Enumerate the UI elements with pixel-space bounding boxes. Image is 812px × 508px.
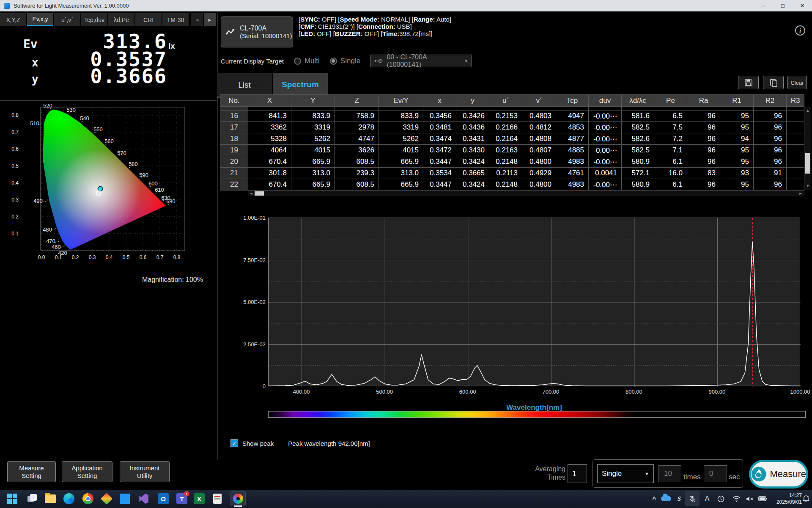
result-tabbar: X,Y,ZEv,x,yu´,v´Tcp,duvλd,PeCRITM-30 [0,13,189,26]
result-tab-Tcp,duv[interactable]: Tcp,duv [81,13,107,26]
file-explorer-button[interactable] [44,492,57,505]
chroma-x-tick: 0.2 [72,254,79,260]
measure-setting-button[interactable]: MeasureSetting [7,461,56,482]
scroll-down-icon[interactable]: ▼ [804,183,811,189]
vscode-button[interactable] [118,492,131,505]
result-tab-TM-30[interactable]: TM-30 [162,13,189,26]
table-header-cell: x [423,94,456,107]
light-measure-app-button[interactable] [232,492,244,505]
table-cell: 0.4800 [522,179,556,190]
instrument-utility-button[interactable]: InstrumentUtility [120,461,170,482]
table-cell [787,179,804,190]
excel-button[interactable]: X [193,492,206,505]
scroll-up-icon[interactable]: ▲ [804,108,811,113]
averaging-times-input[interactable]: 1 [568,464,587,483]
table-cell: 301.8 [248,167,291,179]
close-button[interactable]: ✕ [793,0,812,11]
save-button[interactable] [738,76,759,89]
volume-muted-icon[interactable] [744,494,754,504]
excel-icon: X [194,493,205,504]
maximize-button[interactable]: □ [773,0,793,11]
table-cell: 6.1 [654,179,687,190]
wavelength-label-520: 520 [43,102,52,109]
table-cell: 608.5 [335,179,379,190]
chroma-y-tick: 0.4 [11,180,19,186]
table-cell: 4885 [556,144,589,156]
chrome-button[interactable] [82,492,94,505]
result-tab-Ev,x,y[interactable]: Ev,x,y [27,13,53,26]
notification-bell-icon[interactable]: z [801,494,811,504]
interval-times-input[interactable]: 10 [658,465,681,482]
table-header-cell: R1 [720,94,754,107]
table-cell: 665.9 [379,156,423,168]
teams-icon: T1 [176,493,187,504]
edge-icon [63,493,74,504]
info-icon[interactable]: i [795,25,805,36]
tray-overflow-chevron[interactable]: ^ [649,494,659,504]
table-cell [787,156,804,168]
visual-studio-button[interactable] [137,492,150,505]
horizontal-scroll-thumb[interactable] [255,191,264,196]
show-peak-checkbox[interactable]: ✓ [230,439,238,447]
chroma-x-tick: 0.8 [173,254,181,260]
active-app-indicator [234,505,242,507]
application-setting-button[interactable]: ApplicationSetting [62,461,112,482]
wavelength-label-560: 560 [104,138,114,144]
measure-button[interactable]: Measure [749,460,808,489]
tray-s-icon[interactable]: S [674,494,684,504]
measurement-table: No.XYZEv/Yxyu´v´Tcpduvλd/λcPeRaR1R2R3157… [220,95,804,190]
scroll-left-icon[interactable]: ◄ [248,190,254,196]
table-cell: 670.4 [248,156,291,168]
wavelength-label-460: 460 [52,244,61,250]
tab-scroll-right-button[interactable]: ► [204,13,216,26]
waveform-icon [225,28,236,37]
table-row: 21301.8313.0239.3313.00.35340.36650.2113… [220,168,804,179]
radio-multi[interactable]: Multi [294,57,320,65]
table-cell: 95 [720,179,754,190]
table-cell: 0.3472 [423,144,456,156]
tab-scroll-left-button[interactable]: ◄ [191,13,203,26]
clock[interactable]: 14:27 2025/09/01 [772,492,802,505]
table-vertical-scrollbar[interactable]: ▲ ▼ [804,107,811,190]
device-info-box[interactable]: CL-700A (Serial: 10000141) [221,17,293,47]
times-unit-label: times [683,473,701,481]
outlook-button[interactable]: O [157,492,170,505]
result-tab-X,Y,Z[interactable]: X,Y,Z [0,13,26,26]
copy-button[interactable] [763,76,784,89]
display-target-row: Current Display Target Multi Single 00 -… [221,54,472,68]
result-tab-λd,Pe[interactable]: λd,Pe [108,13,134,26]
table-cell: 4761 [556,167,589,179]
minimize-button[interactable]: ─ [754,0,773,11]
table-cell: 0.3474 [423,133,456,145]
visual-studio-icon [138,494,148,504]
onedrive-icon[interactable] [661,494,671,504]
table-horizontal-scrollbar[interactable]: ◄ ► [248,190,804,196]
scroll-right-icon[interactable]: ► [798,190,804,196]
task-view-button[interactable] [26,492,38,505]
teams-button[interactable]: T1 [176,492,188,505]
wifi-icon[interactable] [731,494,741,504]
table-cell: 572.1 [622,167,654,179]
vertical-scroll-thumb[interactable] [805,153,810,174]
table-cell: 96 [687,121,720,133]
document-app-button[interactable] [211,492,224,505]
start-button[interactable] [6,492,19,505]
ime-indicator[interactable]: A [702,494,712,504]
clear-button[interactable]: Clear [787,76,807,89]
result-tab-u´,v´[interactable]: u´,v´ [54,13,80,26]
battery-icon[interactable] [757,494,768,504]
edge-button[interactable] [63,492,75,505]
gem-app-button[interactable] [100,492,113,505]
microphone-muted-button[interactable] [685,491,700,506]
wavelength-label-530: 530 [66,107,76,113]
wavelength-label-570: 570 [117,150,126,156]
measure-mode-select[interactable]: Single ▼ [597,464,654,483]
device-select-dropdown[interactable]: 00 - CL-700A (10000141) ▼ [370,55,472,67]
radio-single[interactable]: Single [330,57,360,65]
show-peak-label: Show peak [242,440,274,447]
result-tab-CRI[interactable]: CRI [135,13,162,26]
table-cell: 94 [720,133,754,145]
clock-app-icon[interactable] [716,494,726,504]
interval-sec-input[interactable]: 0 [704,465,727,482]
floppy-disk-icon [744,78,753,87]
